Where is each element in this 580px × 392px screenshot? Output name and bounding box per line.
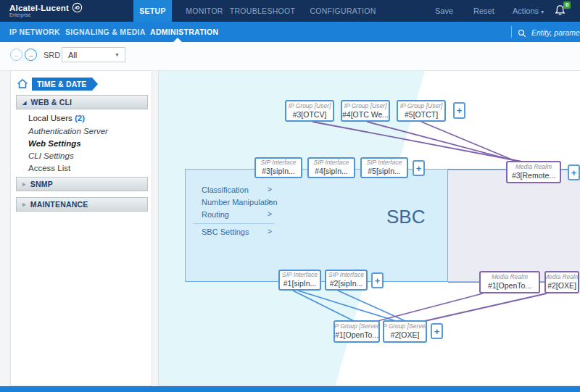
collapsed-triangle-icon: ▸ — [22, 201, 26, 208]
tab-troubleshoot[interactable]: TROUBLESHOOT — [229, 0, 296, 22]
active-tab-caret — [173, 38, 182, 42]
node-media-realm-2[interactable]: Media Realm #2[OXE] — [544, 271, 579, 293]
search-input[interactable] — [530, 22, 580, 43]
section-label: SNMP — [30, 180, 53, 188]
back-arrow-button[interactable]: ← — [10, 49, 22, 61]
search-divider — [511, 26, 512, 38]
node-media-realm-1[interactable]: Media Realm #1[OpenTo... — [479, 271, 540, 293]
srd-label: SRD — [44, 51, 60, 59]
sidebar-section-snmp[interactable]: ▸ SNMP — [16, 177, 148, 191]
node-sip-interface-5[interactable]: SIP Interface #5[sipIn... — [360, 157, 408, 178]
caret-down-icon: ▾ — [541, 9, 544, 15]
alerts-count-badge: 0 — [563, 1, 571, 9]
node-sip-interface-4[interactable]: SIP Interface #4[sipIn... — [307, 157, 355, 178]
topology-diagram-panel: SBC Classification > Number Manipulation… — [158, 70, 580, 386]
tab-ip-network[interactable]: IP NETWORK — [9, 22, 60, 42]
sidebar-section-maintenance[interactable]: ▸ MAINTENANCE — [16, 197, 148, 212]
node-ip-group-server-2[interactable]: IP Group [Server] #2[OXE] — [383, 320, 427, 343]
node-ip-group-user-3[interactable]: IP Group [User] #3[OTCV] — [285, 100, 334, 122]
home-icon[interactable] — [17, 78, 28, 89]
node-ip-group-user-5[interactable]: IP Group [User] #5[OTCT] — [397, 100, 446, 122]
app-window: Alcatel-Lucent Enterprise SETUP MONITOR … — [0, 0, 580, 392]
tab-setup[interactable]: SETUP — [133, 0, 172, 22]
local-users-count-badge: (2) — [75, 114, 85, 122]
tab-signaling-media[interactable]: SIGNALING & MEDIA — [65, 22, 146, 42]
add-ip-group-user-button[interactable]: + — [453, 102, 465, 119]
search-icon — [518, 28, 526, 36]
forward-arrow-button[interactable]: → — [25, 49, 37, 61]
sidebar-item-local-users[interactable]: Local Users (2) — [28, 112, 85, 125]
sidebar-section-web-cli[interactable]: ◢ WEB & CLI — [16, 95, 148, 109]
sidebar-item-cli-settings[interactable]: CLI Settings — [28, 150, 74, 162]
sub-navbar: IP NETWORK SIGNALING & MEDIA ADMINISTRAT… — [0, 22, 580, 42]
node-sip-interface-3[interactable]: SIP Interface #3[sipIn... — [254, 157, 302, 178]
dropdown-caret-icon: ▼ — [115, 52, 125, 57]
section-label: WEB & CLI — [31, 98, 72, 107]
tab-monitor[interactable]: MONITOR — [177, 0, 232, 22]
tab-administration[interactable]: ADMINISTRATION — [150, 22, 218, 42]
alcatel-lucent-logo-icon — [72, 2, 83, 13]
actions-menu-button[interactable]: Actions ▾ — [513, 0, 544, 22]
brand-name: Alcatel-Lucent — [9, 4, 69, 12]
node-sip-interface-1[interactable]: SIP Interface #1[sipIn... — [278, 270, 321, 291]
sidebar-item-authentication-server[interactable]: Authentication Server — [28, 125, 108, 138]
sidebar-item-access-list[interactable]: Access List — [28, 162, 70, 175]
brand-tagline: Enterprise — [9, 12, 83, 17]
bottom-accent-bar — [0, 386, 580, 392]
breadcrumb-tag-time-date[interactable]: TIME & DATE — [32, 78, 92, 91]
save-button[interactable]: Save — [435, 0, 453, 22]
reset-button[interactable]: Reset — [473, 0, 494, 22]
top-navbar: Alcatel-Lucent Enterprise SETUP MONITOR … — [0, 0, 580, 22]
section-label: MAINTENANCE — [30, 200, 88, 209]
srd-selected-value: All — [62, 51, 115, 59]
collapsed-triangle-icon: ▸ — [22, 181, 26, 188]
tab-configuration-wizard[interactable]: CONFIGURATION WIZARD — [299, 0, 387, 22]
node-sip-interface-2[interactable]: SIP Interface #2[sipIn... — [325, 270, 368, 291]
expanded-triangle-icon: ◢ — [22, 100, 27, 105]
brand-logo: Alcatel-Lucent Enterprise — [9, 2, 83, 17]
sidebar-item-web-settings[interactable]: Web Settings — [28, 138, 81, 150]
srd-dropdown[interactable]: All ▼ — [62, 47, 125, 62]
node-ip-group-server-1[interactable]: IP Group [Server] #1[OpenTo... — [334, 320, 380, 343]
add-ip-group-server-button[interactable]: + — [431, 323, 443, 339]
add-sip-interface-bottom-button[interactable]: + — [371, 272, 384, 288]
add-sip-interface-top-button[interactable]: + — [413, 160, 425, 176]
add-media-realm-top-button[interactable]: + — [568, 164, 580, 180]
node-media-realm-3[interactable]: Media Realm #3[Remote... — [506, 161, 561, 183]
node-ip-group-user-4[interactable]: IP Group [User] #4[OTC We... — [341, 100, 390, 122]
navigation-sidebar: TIME & DATE ◢ WEB & CLI Local Users (2) … — [10, 70, 152, 386]
